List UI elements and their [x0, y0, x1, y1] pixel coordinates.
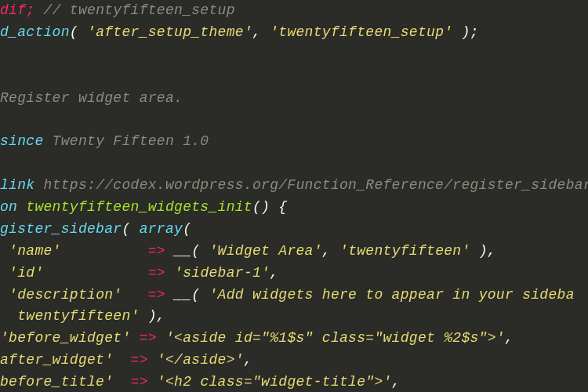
keyword-function: on: [0, 199, 26, 215]
code-line: after_widget' => '</aside>',: [0, 350, 588, 372]
array-key: 'description': [9, 287, 122, 303]
array-key: 'id': [9, 265, 43, 281]
code-line: on twentyfifteen_widgets_init() {: [0, 197, 588, 219]
doc-tag: link: [0, 177, 34, 193]
doc-line: Register widget area.: [0, 88, 588, 110]
doc-line: since Twenty Fifteen 1.0: [0, 131, 588, 153]
code-line: dif; // twentyfifteen_setup: [0, 0, 588, 22]
arrow-op: =>: [148, 265, 165, 281]
array-key: after_widget': [0, 352, 113, 368]
keyword-array: array: [140, 221, 183, 237]
blank-line: [0, 153, 588, 175]
blank-line: [0, 109, 588, 131]
code-line: 'id' => 'sidebar-1',: [0, 263, 588, 285]
doc-line: link https://codex.wordpress.org/Functio…: [0, 175, 588, 197]
doc-text: Twenty Fifteen 1.0: [44, 133, 209, 149]
doc-tag: since: [0, 133, 44, 149]
blank-line: [0, 44, 588, 66]
arrow-op: =>: [131, 352, 148, 368]
comment: // twentyfifteen_setup: [34, 2, 234, 18]
array-key: 'before_widget': [0, 330, 131, 346]
code-line: before_title' => '<h2 class="widget-titl…: [0, 372, 588, 392]
keyword-endif: dif;: [0, 2, 34, 18]
arrow-op: =>: [131, 374, 148, 390]
array-key: before_title': [0, 374, 113, 390]
string-literal: 'after_setup_theme': [87, 24, 252, 40]
code-line: 'name' => __( 'Widget Area', 'twentyfift…: [0, 241, 588, 263]
blank-line: [0, 66, 588, 88]
array-key: 'name': [9, 243, 61, 259]
doc-text: Register widget area.: [0, 90, 183, 106]
code-line: 'before_widget' => '<aside id="%1$s" cla…: [0, 328, 588, 350]
arrow-op: =>: [140, 330, 157, 346]
func-call: gister_sidebar: [0, 221, 122, 237]
code-editor[interactable]: dif; // twentyfifteen_setupd_action( 'af…: [0, 0, 588, 392]
string-literal: 'twentyfifteen_setup': [270, 24, 452, 40]
doc-text: https://codex.wordpress.org/Function_Ref…: [34, 177, 588, 193]
arrow-op: =>: [148, 243, 165, 259]
code-line: d_action( 'after_setup_theme', 'twentyfi…: [0, 22, 588, 44]
code-line: twentyfifteen' ),: [0, 306, 588, 328]
code-line: 'description' => __( 'Add widgets here t…: [0, 285, 588, 307]
arrow-op: =>: [148, 287, 165, 303]
function-name: twentyfifteen_widgets_init: [26, 199, 252, 215]
func-call: d_action: [0, 24, 70, 40]
code-line: gister_sidebar( array(: [0, 219, 588, 241]
